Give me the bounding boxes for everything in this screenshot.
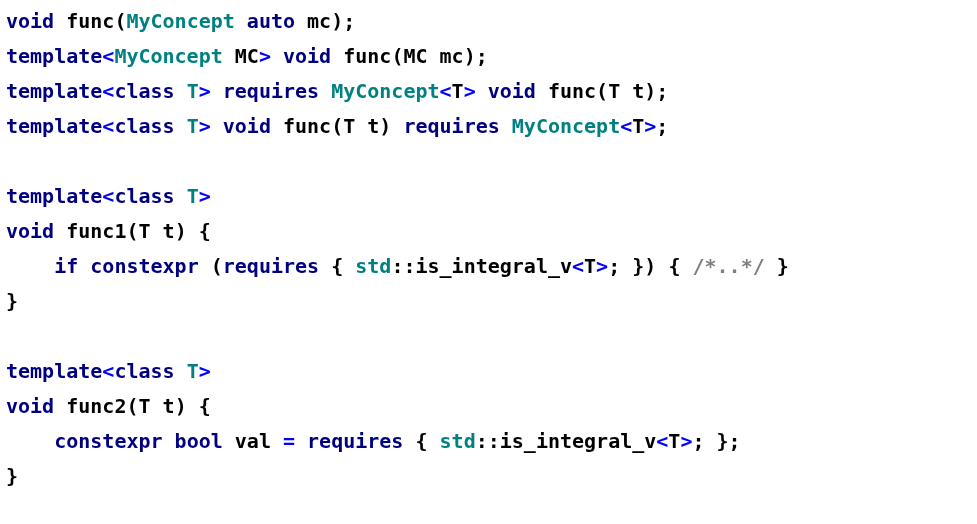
angle-gt: > — [199, 114, 211, 138]
kw-void: void — [6, 219, 54, 243]
kw-void: void — [6, 9, 54, 33]
param: mc — [440, 44, 464, 68]
param: t — [163, 394, 175, 418]
kw-void: void — [283, 44, 331, 68]
angle-lt: < — [102, 44, 114, 68]
concept-name: MyConcept — [331, 79, 439, 103]
type-param: T — [187, 79, 199, 103]
kw-bool: bool — [175, 429, 223, 453]
concept-name: MyConcept — [512, 114, 620, 138]
concept-name: MyConcept — [126, 9, 234, 33]
param: t — [632, 79, 644, 103]
code-line: void func(MyConcept auto mc); — [6, 9, 355, 33]
kw-template: template — [6, 184, 102, 208]
angle-lt: < — [102, 184, 114, 208]
angle-gt: > — [199, 79, 211, 103]
scope-op: :: — [391, 254, 415, 278]
angle-gt: > — [199, 184, 211, 208]
code-line: template<class T> requires MyConcept<T> … — [6, 79, 668, 103]
var: val — [235, 429, 271, 453]
angle-gt: > — [259, 44, 271, 68]
kw-template: template — [6, 79, 102, 103]
scope-op: :: — [476, 429, 500, 453]
blank-line — [6, 324, 18, 348]
code-line: template<class T> — [6, 359, 211, 383]
eq-op: = — [283, 429, 295, 453]
type-param: T — [632, 114, 644, 138]
fn-name: func2 — [66, 394, 126, 418]
angle-lt: < — [440, 79, 452, 103]
type-param: T — [187, 184, 199, 208]
param: mc — [307, 9, 331, 33]
angle-gt: > — [464, 79, 476, 103]
angle-lt: < — [102, 114, 114, 138]
code-line: template<class T> void func(T t) require… — [6, 114, 668, 138]
angle-lt: < — [102, 359, 114, 383]
code-line: void func1(T t) { — [6, 219, 211, 243]
ns: std — [440, 429, 476, 453]
type-param: T — [138, 219, 150, 243]
type-param: T — [668, 429, 680, 453]
type-param: T — [608, 79, 620, 103]
fn-name: func1 — [66, 219, 126, 243]
angle-gt: > — [596, 254, 608, 278]
type-param: MC — [403, 44, 427, 68]
type-param: T — [187, 114, 199, 138]
concept-name: MyConcept — [114, 44, 222, 68]
kw-constexpr: constexpr — [90, 254, 198, 278]
kw-class: class — [114, 114, 174, 138]
kw-class: class — [114, 184, 174, 208]
member: is_integral_v — [500, 429, 657, 453]
type-param: MC — [235, 44, 259, 68]
code-line: if constexpr (requires { std::is_integra… — [6, 254, 789, 278]
type-param: T — [187, 359, 199, 383]
fn-name: func — [343, 44, 391, 68]
kw-requires: requires — [223, 79, 319, 103]
ns: std — [355, 254, 391, 278]
fn-name: func — [283, 114, 331, 138]
code-block: void func(MyConcept auto mc); template<M… — [0, 0, 977, 498]
fn-name: func — [66, 9, 114, 33]
code-line: constexpr bool val = requires { std::is_… — [6, 429, 741, 453]
angle-gt: > — [680, 429, 692, 453]
kw-void: void — [488, 79, 536, 103]
kw-class: class — [114, 79, 174, 103]
code-line: template<class T> — [6, 184, 211, 208]
angle-lt: < — [572, 254, 584, 278]
code-line: void func2(T t) { — [6, 394, 211, 418]
type-param: T — [343, 114, 355, 138]
angle-gt: > — [644, 114, 656, 138]
comment: /*..*/ — [692, 254, 764, 278]
param: t — [367, 114, 379, 138]
kw-void: void — [223, 114, 271, 138]
fn-name: func — [548, 79, 596, 103]
kw-requires: requires — [307, 429, 403, 453]
kw-if: if — [54, 254, 78, 278]
kw-requires: requires — [403, 114, 499, 138]
angle-lt: < — [620, 114, 632, 138]
kw-requires: requires — [223, 254, 319, 278]
code-line: template<MyConcept MC> void func(MC mc); — [6, 44, 488, 68]
kw-constexpr: constexpr — [54, 429, 162, 453]
kw-class: class — [114, 359, 174, 383]
kw-auto: auto — [247, 9, 295, 33]
kw-void: void — [6, 394, 54, 418]
angle-gt: > — [199, 359, 211, 383]
kw-template: template — [6, 44, 102, 68]
code-line: } — [6, 289, 18, 313]
kw-template: template — [6, 114, 102, 138]
angle-lt: < — [656, 429, 668, 453]
code-line: } — [6, 464, 18, 488]
angle-lt: < — [102, 79, 114, 103]
type-param: T — [584, 254, 596, 278]
member: is_integral_v — [415, 254, 572, 278]
type-param: T — [138, 394, 150, 418]
kw-template: template — [6, 359, 102, 383]
type-param: T — [452, 79, 464, 103]
param: t — [163, 219, 175, 243]
blank-line — [6, 149, 18, 173]
